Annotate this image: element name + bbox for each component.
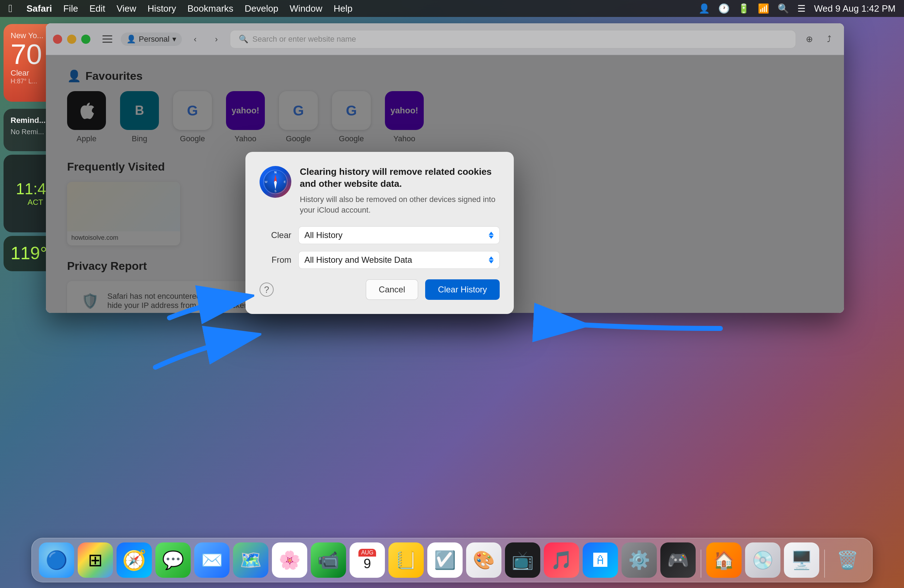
menubar-edit[interactable]: Edit — [89, 3, 105, 14]
dock-mail[interactable]: ✉️ — [194, 542, 229, 578]
dock-facetime[interactable]: 📹 — [311, 542, 346, 578]
dialog-buttons: Cancel Clear History — [366, 279, 500, 300]
clear-history-button[interactable]: Clear History — [425, 279, 500, 300]
help-button[interactable]: ? — [259, 283, 274, 297]
dock-appstore[interactable]: 🅰 — [583, 542, 618, 578]
dialog-footer: ? Cancel Clear History — [259, 279, 500, 300]
dialog-text: Clearing history will remove related coo… — [300, 166, 500, 216]
time-machine-icon: 🕐 — [718, 3, 730, 14]
dock-music[interactable]: 🎵 — [544, 542, 579, 578]
user-icon[interactable]: 👤 — [699, 3, 710, 14]
calendar-month: AUG — [359, 549, 376, 556]
svg-text:E: E — [284, 180, 286, 183]
menubar-view[interactable]: View — [117, 3, 136, 14]
clock: Wed 9 Aug 1:42 PM — [814, 3, 896, 14]
dialog-title: Clearing history will remove related coo… — [300, 166, 500, 190]
menubar-file[interactable]: File — [63, 3, 78, 14]
dialog-subtitle: History will also be removed on other de… — [300, 194, 500, 216]
from-stepper — [489, 256, 494, 264]
dock-photos[interactable]: 🌸 — [272, 542, 307, 578]
dock-maps[interactable]: 🗺️ — [233, 542, 269, 578]
dock-safari[interactable]: 🧭 — [117, 542, 152, 578]
menubar-bookmarks[interactable]: Bookmarks — [188, 3, 234, 14]
safari-icon: N S E W — [259, 166, 291, 198]
clock-timezone: ACT — [28, 198, 43, 207]
dock-notes[interactable]: 📒 — [389, 542, 424, 578]
dock: 🔵 ⊞ 🧭 💬 ✉️ 🗺️ 🌸 📹 AUG 9 📒 ☑️ 🎨 📺 🎵 — [32, 538, 872, 582]
clear-row: Clear All History — [259, 226, 500, 244]
clear-option: All History — [304, 230, 343, 240]
dock-home[interactable]: 🏠 — [706, 542, 741, 578]
dock-finder[interactable]: 🔵 — [39, 542, 74, 578]
menubar-safari[interactable]: Safari — [27, 3, 52, 14]
clear-select[interactable]: All History — [299, 226, 500, 244]
dock-separator — [700, 550, 701, 578]
dock-appletv[interactable]: 📺 — [505, 542, 540, 578]
dialog-header: N S E W Clearing history will remove rel… — [259, 166, 500, 216]
from-select[interactable]: All History and Website Data — [299, 251, 500, 269]
menubar-develop[interactable]: Develop — [245, 3, 278, 14]
svg-text:N: N — [274, 171, 277, 174]
menubar-help[interactable]: Help — [334, 3, 352, 14]
from-label: From — [259, 255, 291, 265]
dock-calendar[interactable]: AUG 9 — [349, 542, 385, 578]
search-icon[interactable]: 🔍 — [778, 3, 789, 14]
apple-menu[interactable]:  — [8, 3, 13, 14]
from-option: All History and Website Data — [304, 255, 412, 265]
menubar-history[interactable]: History — [148, 3, 176, 14]
dock-reminders[interactable]: ☑️ — [427, 542, 463, 578]
dock-separator-2 — [824, 550, 825, 578]
menubar:  Safari File Edit View History Bookmark… — [0, 0, 904, 17]
dock-settings[interactable]: ⚙️ — [621, 542, 657, 578]
cancel-button[interactable]: Cancel — [366, 279, 419, 300]
dock-diskutility[interactable]: 💿 — [745, 542, 781, 578]
calendar-day: 9 — [359, 556, 376, 571]
dock-launchpad[interactable]: ⊞ — [78, 542, 113, 578]
svg-text:S: S — [274, 189, 277, 193]
battery-icon: 🔋 — [738, 3, 749, 14]
clear-stepper — [489, 232, 494, 239]
svg-text:W: W — [264, 180, 267, 183]
dock-screensharing[interactable]: 🖥️ — [784, 542, 819, 578]
dock-trash[interactable]: 🗑️ — [830, 542, 865, 578]
from-row: From All History and Website Data — [259, 251, 500, 269]
menubar-window[interactable]: Window — [289, 3, 322, 14]
clear-history-dialog: N S E W Clearing history will remove rel… — [245, 152, 514, 314]
dock-messages[interactable]: 💬 — [155, 542, 191, 578]
control-center-icon[interactable]: ☰ — [797, 3, 806, 14]
clear-label: Clear — [259, 230, 291, 240]
svg-point-7 — [274, 181, 277, 183]
dock-freeform[interactable]: 🎨 — [466, 542, 501, 578]
wifi-icon: 📶 — [758, 3, 769, 14]
dock-arcade[interactable]: 🎮 — [661, 542, 695, 578]
